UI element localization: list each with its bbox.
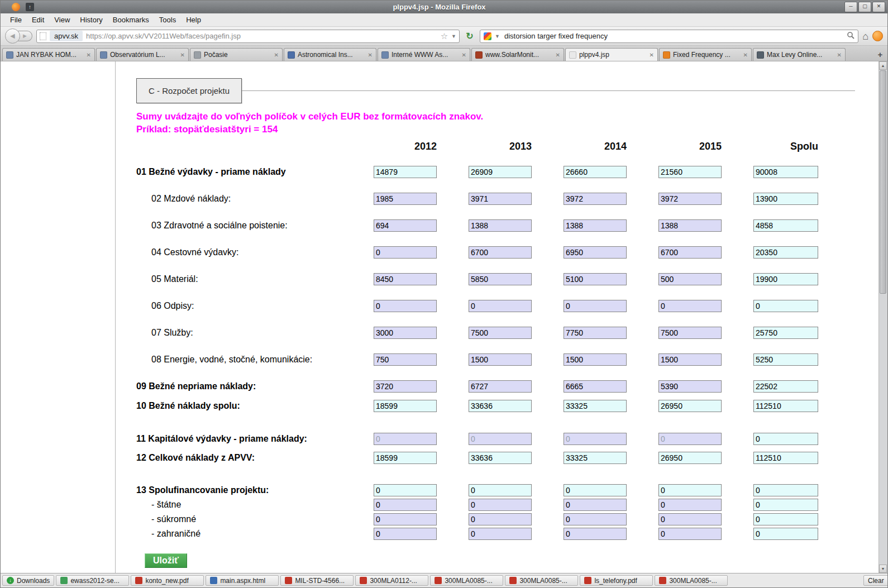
field-07-slu-by-2012[interactable] bbox=[374, 327, 437, 339]
tab-www-solarmonit[interactable]: www.SolarMonit...✕ bbox=[471, 48, 564, 61]
menu-help[interactable]: Help bbox=[181, 14, 206, 26]
url-bar[interactable]: apvv.sk https://op.apvv.sk/VV2011Web/fac… bbox=[36, 30, 460, 43]
field-s-kromn-2012[interactable] bbox=[374, 513, 437, 525]
urlbar-dropdown-icon[interactable]: ▼ bbox=[451, 34, 456, 39]
tab-close-icon[interactable]: ✕ bbox=[650, 52, 654, 58]
field-s-kromn-2013[interactable] bbox=[469, 513, 532, 525]
scroll-down-button[interactable]: ▼ bbox=[879, 565, 887, 573]
field-05-materi-l-2014[interactable] bbox=[564, 273, 627, 285]
tab-close-icon[interactable]: ✕ bbox=[180, 52, 185, 58]
scroll-up-button[interactable]: ▲ bbox=[879, 61, 887, 70]
menu-file[interactable]: File bbox=[5, 14, 27, 26]
scrollbar-thumb[interactable] bbox=[880, 70, 886, 294]
tab-close-icon[interactable]: ✕ bbox=[743, 52, 748, 58]
field-04-cestovn-v-davky-2012[interactable] bbox=[374, 246, 437, 259]
field-06-odpisy-2014[interactable] bbox=[564, 300, 627, 312]
field-03-zdravotn-a-soci-lne-poistenie-2015[interactable] bbox=[658, 219, 722, 232]
field-08-energie-vodn-sto-n-komunik-cie-2015[interactable] bbox=[658, 353, 722, 366]
minimize-button[interactable]: ─ bbox=[844, 2, 857, 12]
menu-history[interactable]: History bbox=[75, 14, 107, 26]
search-engine-icon[interactable] bbox=[484, 32, 491, 40]
search-engine-dropdown-icon[interactable]: ▼ bbox=[495, 34, 500, 39]
tab-intern-www-as[interactable]: Interné WWW As...✕ bbox=[378, 48, 470, 61]
menu-bookmarks[interactable]: Bookmarks bbox=[108, 14, 154, 26]
field-05-materi-l-2015[interactable] bbox=[658, 273, 722, 285]
field-03-zdravotn-a-soci-lne-poistenie-2014[interactable] bbox=[564, 219, 627, 232]
downloads-button[interactable]: ↓ Downloads bbox=[2, 575, 54, 586]
field-02-mzdov-n-klady-2015[interactable] bbox=[658, 193, 722, 205]
tab-close-icon[interactable]: ✕ bbox=[556, 52, 560, 58]
tab-astronomical-ins[interactable]: Astronomical Ins...✕ bbox=[284, 48, 376, 61]
download-item-ewass2012-se[interactable]: ewass2012-se... bbox=[56, 575, 129, 586]
tab-close-icon[interactable]: ✕ bbox=[368, 52, 373, 58]
search-bar[interactable]: ▼ bbox=[480, 30, 858, 43]
field-08-energie-vodn-sto-n-komunik-cie-2012[interactable] bbox=[374, 353, 437, 366]
reload-button[interactable]: ↻ bbox=[464, 30, 476, 42]
field-04-cestovn-v-davky-2014[interactable] bbox=[564, 246, 627, 259]
field-zahrani-n-2012[interactable] bbox=[374, 528, 437, 540]
download-item-300mla0085[interactable]: 300MLA0085-... bbox=[430, 575, 503, 586]
download-item-main-aspx-html[interactable]: main.aspx.html bbox=[206, 575, 279, 586]
download-item-ls-telefony-pdf[interactable]: ls_telefony.pdf bbox=[580, 575, 653, 586]
field-s-kromn-2014[interactable] bbox=[564, 513, 627, 525]
field-t-tne-2013[interactable] bbox=[469, 499, 532, 511]
menu-tools[interactable]: Tools bbox=[154, 14, 181, 26]
field-zahrani-n-2014[interactable] bbox=[564, 528, 627, 540]
field-06-odpisy-2015[interactable] bbox=[658, 300, 722, 312]
site-identity[interactable]: apvv.sk bbox=[50, 31, 83, 41]
field-t-tne-2012[interactable] bbox=[374, 499, 437, 511]
tab-observat-rium-l[interactable]: Observatórium L...✕ bbox=[96, 48, 189, 61]
field-03-zdravotn-a-soci-lne-poistenie-2013[interactable] bbox=[469, 219, 532, 232]
field-09-be-n-nepriame-n-klady-2014[interactable] bbox=[564, 380, 627, 393]
field-05-materi-l-2013[interactable] bbox=[469, 273, 532, 285]
field-05-materi-l-2012[interactable] bbox=[374, 273, 437, 285]
field-02-mzdov-n-klady-2013[interactable] bbox=[469, 193, 532, 205]
tab-jan-rybak-hom[interactable]: JAN RYBAK HOM...✕ bbox=[2, 48, 95, 61]
field-02-mzdov-n-klady-2014[interactable] bbox=[564, 193, 627, 205]
field-s-kromn-2015[interactable] bbox=[658, 513, 722, 525]
new-tab-button[interactable]: + bbox=[874, 49, 886, 61]
tab-max-levy-online[interactable]: Max Levy Online...✕ bbox=[753, 48, 846, 61]
tab-plppv4-jsp[interactable]: plppv4.jsp✕ bbox=[565, 48, 658, 61]
field-t-tne-2014[interactable] bbox=[564, 499, 627, 511]
vertical-scrollbar[interactable]: ▲ ▼ bbox=[879, 61, 887, 573]
home-button[interactable]: ⌂ bbox=[862, 31, 868, 42]
download-item-300mla0112[interactable]: 300MLA0112-... bbox=[355, 575, 428, 586]
save-button[interactable]: Uložiť bbox=[145, 553, 187, 568]
maximize-button[interactable]: ▢ bbox=[858, 2, 871, 12]
field-04-cestovn-v-davky-2013[interactable] bbox=[469, 246, 532, 259]
back-button[interactable]: ◄ bbox=[5, 28, 20, 44]
tab-close-icon[interactable]: ✕ bbox=[274, 52, 279, 58]
tab-close-icon[interactable]: ✕ bbox=[87, 52, 91, 58]
field-zahrani-n-2015[interactable] bbox=[658, 528, 722, 540]
field-03-zdravotn-a-soci-lne-poistenie-2012[interactable] bbox=[374, 219, 437, 232]
menu-edit[interactable]: Edit bbox=[27, 14, 49, 26]
field-09-be-n-nepriame-n-klady-2012[interactable] bbox=[374, 380, 437, 393]
tab-fixed-frequency[interactable]: Fixed Frequency ...✕ bbox=[659, 48, 752, 61]
field-09-be-n-nepriame-n-klady-2013[interactable] bbox=[469, 380, 532, 393]
download-item-konto-new-pdf[interactable]: konto_new.pdf bbox=[131, 575, 204, 586]
download-item-300mla0085[interactable]: 300MLA0085-... bbox=[505, 575, 578, 586]
field-09-be-n-nepriame-n-klady-2015[interactable] bbox=[658, 380, 722, 393]
field-06-odpisy-2013[interactable] bbox=[469, 300, 532, 312]
field-07-slu-by-2013[interactable] bbox=[469, 327, 532, 339]
search-icon[interactable] bbox=[847, 31, 854, 41]
field-04-cestovn-v-davky-2015[interactable] bbox=[658, 246, 722, 259]
field-06-odpisy-2012[interactable] bbox=[374, 300, 437, 312]
field-02-mzdov-n-klady-2012[interactable] bbox=[374, 193, 437, 205]
field-zahrani-n-2013[interactable] bbox=[469, 528, 532, 540]
field-08-energie-vodn-sto-n-komunik-cie-2013[interactable] bbox=[469, 353, 532, 366]
clear-downloads-button[interactable]: Clear bbox=[863, 575, 887, 586]
field-t-tne-2015[interactable] bbox=[658, 499, 722, 511]
tab-close-icon[interactable]: ✕ bbox=[837, 52, 842, 58]
field-07-slu-by-2014[interactable] bbox=[564, 327, 627, 339]
download-item-300mla0085[interactable]: 300MLA0085-... bbox=[655, 575, 728, 586]
addon-icon[interactable] bbox=[872, 31, 883, 41]
download-item-mil-std-4566[interactable]: MIL-STD-4566... bbox=[280, 575, 354, 586]
search-input[interactable] bbox=[503, 31, 843, 41]
field-08-energie-vodn-sto-n-komunik-cie-2014[interactable] bbox=[564, 353, 627, 366]
field-07-slu-by-2015[interactable] bbox=[658, 327, 722, 339]
url-text[interactable]: https://op.apvv.sk/VV2011Web/faces/pagef… bbox=[86, 32, 437, 40]
menu-view[interactable]: View bbox=[49, 14, 75, 26]
tab-close-icon[interactable]: ✕ bbox=[462, 52, 466, 58]
